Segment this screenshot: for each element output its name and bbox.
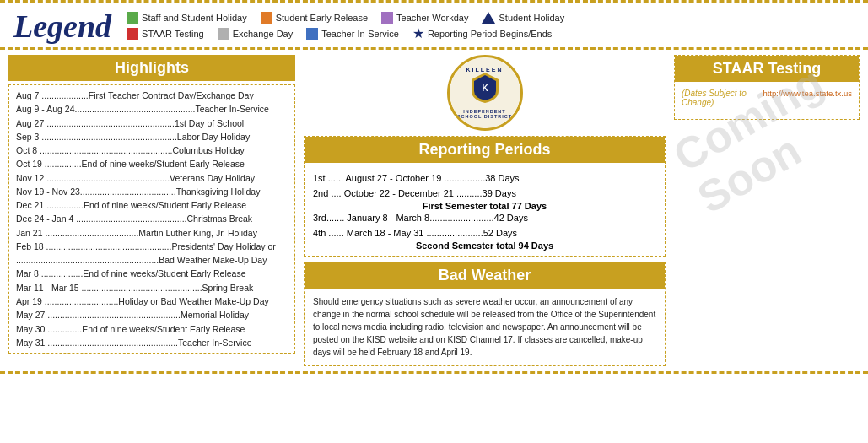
bad-weather-panel: Bad Weather Should emergency situations …	[304, 262, 666, 366]
logo-inner: KILLEEN K INDEPENDENTSCHOOL DISTRICT	[450, 57, 520, 128]
legend-teacher-in-service: Teacher In-Service	[306, 28, 399, 40]
bad-weather-header: Bad Weather	[305, 262, 665, 289]
list-item: Jan 21 .................................…	[16, 226, 288, 240]
list-item: Aug 27 .................................…	[16, 116, 288, 130]
list-item: Dec 24 - Jan 4 .........................…	[16, 212, 288, 225]
list-item: Aug 9 - Aug 24..........................…	[16, 102, 288, 116]
highlights-header: Highlights	[8, 55, 295, 81]
list-item: Apr 19 ..............................Hol…	[16, 294, 288, 308]
staar-testing-label: STAAR Testing	[142, 29, 204, 39]
list-item: Mar 11 - Mar 15 ........................…	[16, 281, 288, 294]
list-item: ........................................…	[16, 253, 288, 267]
legend-items: Staff and Student Holiday Student Early …	[127, 12, 855, 41]
semester-1-total: First Semester total 77 Days	[313, 201, 656, 211]
logo-text-top: KILLEEN	[466, 67, 504, 73]
staar-url: http://www.tea.state.tx.us	[763, 89, 852, 107]
reporting-row-3: 3rd....... January 8 - March 8..........…	[313, 211, 656, 226]
staar-section: STAAR Testing (Dates Subject to Change) …	[674, 55, 860, 120]
student-early-release-label: Student Early Release	[276, 13, 368, 23]
teacher-workday-label: Teacher Workday	[396, 13, 468, 23]
highlights-list: Aug 7 ...................First Teacher C…	[16, 89, 288, 349]
teacher-in-service-label: Teacher In-Service	[321, 29, 399, 39]
highlights-column: Highlights Aug 7 ...................Firs…	[8, 55, 295, 366]
student-holiday-icon	[482, 12, 495, 24]
center-column: KILLEEN K INDEPENDENTSCHOOL DISTRICT Rep…	[304, 55, 666, 366]
bottom-border	[0, 371, 868, 375]
list-item: Nov 12 .................................…	[16, 171, 288, 185]
student-holiday-label: Student Holiday	[499, 13, 564, 23]
legend-staff-student-holiday: Staff and Student Holiday	[127, 12, 247, 24]
list-item: May 31 .................................…	[16, 336, 288, 349]
legend-title: Legend	[13, 10, 111, 42]
reporting-periods-panel: Reporting Periods 1st ...... August 27 -…	[304, 136, 666, 257]
main-content: Highlights Aug 7 ...................Firs…	[0, 50, 868, 371]
legend-staar-testing: STAAR Testing	[127, 28, 204, 40]
list-item: May 27 .................................…	[16, 308, 288, 321]
exchange-day-label: Exchange Day	[233, 29, 294, 39]
staar-header: STAAR Testing	[675, 56, 859, 82]
list-item: Feb 18 .................................…	[16, 240, 288, 253]
legend-student-holiday: Student Holiday	[482, 12, 564, 24]
staar-sub-info: (Dates Subject to Change) http://www.tea…	[675, 85, 859, 111]
list-item: Oct 8 ..................................…	[16, 143, 288, 157]
legend-teacher-workday: Teacher Workday	[381, 12, 468, 24]
reporting-period-label: Reporting Period Begins/Ends	[428, 29, 552, 39]
bad-weather-text: Should emergency situations such as seve…	[305, 292, 665, 365]
reporting-content: 1st ...... August 27 - October 19 ......…	[305, 166, 665, 256]
staff-student-holiday-label: Staff and Student Holiday	[142, 13, 247, 23]
legend-student-early-release: Student Early Release	[261, 12, 368, 24]
student-early-release-swatch	[261, 12, 272, 24]
legend-reporting-period: ★ Reporting Period Begins/Ends	[412, 27, 552, 41]
highlights-border: Aug 7 ...................First Teacher C…	[8, 84, 295, 354]
school-logo: KILLEEN K INDEPENDENTSCHOOL DISTRICT	[447, 55, 523, 131]
legend-section: Legend Staff and Student Holiday Student…	[0, 3, 868, 50]
logo-text-bottom: INDEPENDENTSCHOOL DISTRICT	[457, 109, 512, 119]
staar-testing-swatch	[127, 28, 138, 40]
list-item: Mar 8 .................End of nine weeks…	[16, 267, 288, 280]
legend-row-1: Staff and Student Holiday Student Early …	[127, 12, 855, 24]
reporting-period-icon: ★	[412, 27, 424, 41]
reporting-periods-header: Reporting Periods	[305, 137, 665, 163]
legend-row-2: STAAR Testing Exchange Day Teacher In-Se…	[127, 27, 855, 41]
legend-exchange-day: Exchange Day	[218, 28, 294, 40]
reporting-row-1: 1st ...... August 27 - October 19 ......…	[313, 171, 656, 186]
logo-shield-icon: K	[472, 73, 499, 109]
right-column: STAAR Testing (Dates Subject to Change) …	[674, 55, 860, 366]
list-item: Aug 7 ...................First Teacher C…	[16, 89, 288, 102]
list-item: Nov 19 - Nov 23.........................…	[16, 185, 288, 198]
semester-2-total: Second Semester total 94 Days	[313, 240, 656, 251]
reporting-row-2: 2nd .... October 22 - December 21 ......…	[313, 186, 656, 202]
list-item: May 30 ..............End of nine weeks/S…	[16, 322, 288, 336]
exchange-day-swatch	[218, 28, 229, 40]
teacher-in-service-swatch	[306, 28, 318, 40]
svg-text:K: K	[482, 84, 488, 93]
reporting-row-4: 4th ...... March 18 - May 31 ...........…	[313, 226, 656, 241]
list-item: Sep 3 ..................................…	[16, 130, 288, 143]
staff-student-holiday-swatch	[127, 12, 138, 24]
teacher-workday-swatch	[381, 12, 393, 24]
list-item: Oct 19 ...............End of nine weeks/…	[16, 157, 288, 170]
staar-dates-label: (Dates Subject to Change)	[682, 89, 763, 107]
list-item: Dec 21 ...............End of nine weeks/…	[16, 198, 288, 212]
